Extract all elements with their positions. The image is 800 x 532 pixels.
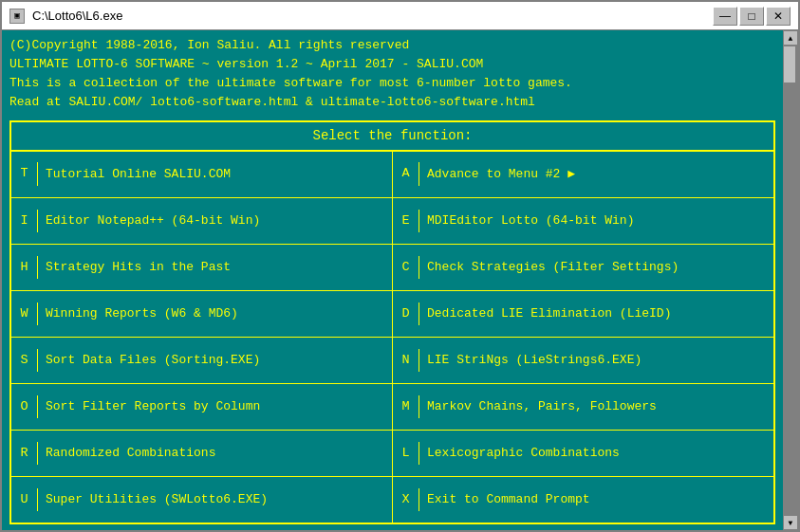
scrollbar-track	[783, 46, 798, 515]
menu-label-right: MDIEditor Lotto (64-bit Win)	[419, 210, 773, 232]
menu-left-half[interactable]: WWinning Reports (W6 & MD6)	[11, 291, 393, 337]
menu-label-left: Randomized Combinations	[38, 442, 392, 465]
scrollbar-thumb[interactable]	[783, 46, 796, 83]
scrollbar[interactable]: ▲ ▼	[783, 30, 798, 530]
menu-key-left[interactable]: H	[11, 256, 38, 279]
menu-left-half[interactable]: USuper Utilities (SWLotto6.EXE)	[11, 477, 393, 523]
menu-right-half[interactable]: NLIE StriNgs (LieStrings6.EXE)	[393, 338, 773, 383]
menu-label-right: Exit to Command Prompt	[419, 488, 773, 511]
menu-label-left: Sort Filter Reports by Column	[38, 395, 392, 418]
menu-row: IEditor Notepad++ (64-bit Win)EMDIEditor…	[11, 198, 773, 245]
menu-row: HStrategy Hits in the PastCCheck Strateg…	[11, 245, 773, 291]
menu-label-right: Markov Chains, Pairs, Followers	[419, 395, 773, 418]
menu-key-left[interactable]: T	[11, 162, 38, 185]
menu-grid: TTutorial Online SALIU.COMAAdvance to Me…	[11, 152, 773, 523]
titlebar: ▣ C:\Lotto6\L6.exe — □ ✕	[2, 2, 798, 30]
menu-label-left: Tutorial Online SALIU.COM	[38, 163, 392, 186]
menu-left-half[interactable]: TTutorial Online SALIU.COM	[11, 152, 393, 197]
menu-key-left[interactable]: I	[11, 210, 38, 232]
main-window: ▣ C:\Lotto6\L6.exe — □ ✕ (C)Copyright 19…	[0, 0, 800, 532]
titlebar-buttons: — □ ✕	[713, 7, 791, 26]
header-section: (C)Copyright 1988-2016, Ion Saliu. All r…	[9, 36, 775, 113]
window-icon: ▣	[9, 9, 25, 24]
menu-label-right: LIE StriNgs (LieStrings6.EXE)	[419, 349, 773, 372]
menu-container: Select the function: TTutorial Online SA…	[9, 120, 775, 524]
menu-label-right: Dedicated LIE Elimination (LieID)	[419, 303, 773, 325]
menu-left-half[interactable]: SSort Data Files (Sorting.EXE)	[11, 338, 393, 383]
menu-row: SSort Data Files (Sorting.EXE)NLIE StriN…	[11, 338, 773, 384]
menu-row: RRandomized CombinationsLLexicographic C…	[11, 431, 773, 477]
menu-key-right[interactable]: M	[393, 395, 419, 418]
menu-key-left[interactable]: S	[11, 349, 38, 372]
menu-key-right[interactable]: E	[393, 210, 419, 232]
menu-row: USuper Utilities (SWLotto6.EXE)XExit to …	[11, 477, 773, 523]
menu-row: OSort Filter Reports by ColumnMMarkov Ch…	[11, 384, 773, 431]
menu-label-left: Editor Notepad++ (64-bit Win)	[38, 210, 392, 232]
scroll-up-button[interactable]: ▲	[783, 30, 798, 46]
menu-label-left: Winning Reports (W6 & MD6)	[38, 303, 392, 325]
menu-left-half[interactable]: OSort Filter Reports by Column	[11, 384, 393, 430]
menu-key-right[interactable]: L	[393, 442, 419, 465]
header-line1: (C)Copyright 1988-2016, Ion Saliu. All r…	[9, 36, 775, 55]
menu-label-left: Sort Data Files (Sorting.EXE)	[38, 349, 392, 372]
header-line3: This is a collection of the ultimate sof…	[9, 74, 775, 93]
menu-left-half[interactable]: RRandomized Combinations	[11, 431, 393, 476]
menu-key-right[interactable]: A	[393, 162, 419, 185]
menu-key-right[interactable]: C	[393, 256, 419, 279]
menu-row: TTutorial Online SALIU.COMAAdvance to Me…	[11, 152, 773, 198]
menu-key-left[interactable]: R	[11, 442, 38, 465]
menu-key-left[interactable]: O	[11, 395, 38, 418]
menu-label-left: Super Utilities (SWLotto6.EXE)	[38, 488, 392, 511]
menu-title: Select the function:	[11, 122, 773, 152]
scroll-down-button[interactable]: ▼	[783, 515, 798, 530]
menu-right-half[interactable]: EMDIEditor Lotto (64-bit Win)	[393, 198, 773, 244]
close-button[interactable]: ✕	[766, 7, 791, 26]
menu-right-half[interactable]: CCheck Strategies (Filter Settings)	[393, 245, 773, 290]
menu-right-half[interactable]: DDedicated LIE Elimination (LieID)	[393, 291, 773, 337]
menu-key-right[interactable]: D	[393, 303, 419, 325]
menu-key-right[interactable]: N	[393, 349, 419, 372]
menu-key-right[interactable]: X	[393, 488, 419, 511]
header-line4: Read at SALIU.COM/ lotto6-software.html …	[9, 93, 775, 112]
menu-label-right: Check Strategies (Filter Settings)	[419, 256, 773, 279]
window-title: C:\Lotto6\L6.exe	[32, 9, 713, 23]
menu-right-half[interactable]: LLexicographic Combinations	[393, 431, 773, 476]
menu-left-half[interactable]: HStrategy Hits in the Past	[11, 245, 393, 290]
menu-label-left: Strategy Hits in the Past	[38, 256, 392, 279]
menu-right-half[interactable]: MMarkov Chains, Pairs, Followers	[393, 384, 773, 430]
minimize-button[interactable]: —	[713, 7, 737, 26]
menu-right-half[interactable]: AAdvance to Menu #2 ▶	[393, 152, 773, 197]
menu-left-half[interactable]: IEditor Notepad++ (64-bit Win)	[11, 198, 393, 244]
menu-label-right: Advance to Menu #2 ▶	[419, 163, 773, 186]
header-line2: ULTIMATE LOTTO-6 SOFTWARE ~ version 1.2 …	[9, 55, 775, 74]
maximize-button[interactable]: □	[739, 7, 764, 26]
menu-key-left[interactable]: W	[11, 303, 38, 325]
menu-row: WWinning Reports (W6 & MD6)DDedicated LI…	[11, 291, 773, 338]
content-area: (C)Copyright 1988-2016, Ion Saliu. All r…	[2, 30, 798, 530]
main-content: (C)Copyright 1988-2016, Ion Saliu. All r…	[2, 30, 783, 530]
menu-right-half[interactable]: XExit to Command Prompt	[393, 477, 773, 523]
menu-key-left[interactable]: U	[11, 488, 38, 511]
menu-label-right: Lexicographic Combinations	[419, 442, 773, 465]
